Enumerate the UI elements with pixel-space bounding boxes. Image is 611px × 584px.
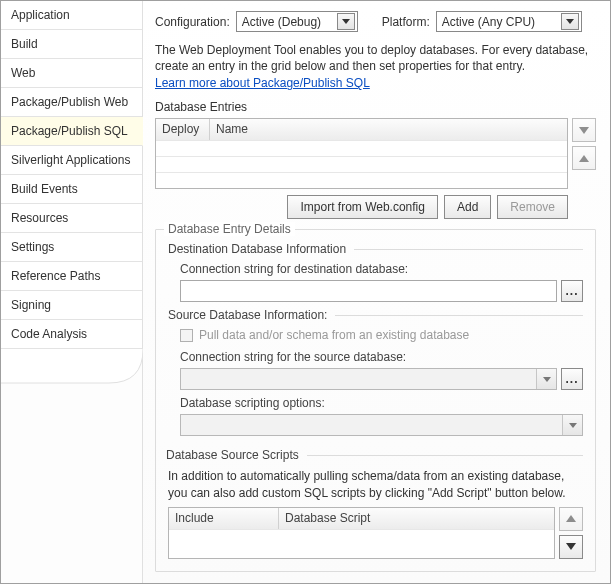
col-name[interactable]: Name [210,119,567,140]
configuration-label: Configuration: [155,15,230,29]
source-info-title: Source Database Information: [168,308,583,322]
divider [307,455,583,456]
dest-conn-label: Connection string for destination databa… [180,262,583,276]
sidebar-item-package-publish-web[interactable]: Package/Publish Web [1,88,143,117]
scripts-intro-text: In addition to automatically pulling sch… [168,468,583,500]
scripting-options-label: Database scripting options: [180,396,583,410]
database-source-scripts-section: Database Source Scripts In addition to a… [168,448,583,558]
move-down-button[interactable] [559,535,583,559]
arrow-down-icon [579,127,589,134]
sidebar-item-reference-paths[interactable]: Reference Paths [1,262,143,291]
divider [335,315,583,316]
sidebar-item-application[interactable]: Application [1,1,143,30]
chevron-down-icon [337,13,355,30]
import-from-webconfig-button[interactable]: Import from Web.config [287,195,438,219]
entries-grid-header: Deploy Name [156,119,567,140]
destination-info-title: Destination Database Information [168,242,583,256]
sidebar-item-web[interactable]: Web [1,59,143,88]
group-title: Database Entry Details [164,222,295,236]
col-script[interactable]: Database Script [279,508,554,529]
scripts-reorder-buttons [559,507,583,559]
move-up-button[interactable] [572,146,596,170]
move-up-button[interactable] [559,507,583,531]
intro-text: The Web Deployment Tool enables you to d… [155,42,596,74]
configuration-select[interactable]: Active (Debug) [236,11,358,32]
scripts-title-label: Database Source Scripts [166,448,299,462]
source-conn-browse-button[interactable]: ... [561,368,583,390]
move-down-button[interactable] [572,118,596,142]
database-entries-grid[interactable]: Deploy Name [155,118,568,189]
platform-value: Active (Any CPU) [442,15,557,29]
sidebar-curve-decoration [1,349,143,385]
chevron-down-icon [562,415,582,435]
table-row[interactable] [156,140,567,156]
arrow-down-icon [566,543,576,550]
source-info-label: Source Database Information: [168,308,327,322]
pull-data-checkbox-label: Pull data and/or schema from an existing… [199,328,469,342]
source-conn-combo[interactable] [180,368,557,390]
dest-conn-row: ... [180,280,583,302]
chevron-down-icon [536,369,556,389]
pull-data-checkbox-row: Pull data and/or schema from an existing… [180,328,583,342]
sidebar-item-signing[interactable]: Signing [1,291,143,320]
add-button[interactable]: Add [444,195,491,219]
sidebar-item-code-analysis[interactable]: Code Analysis [1,320,143,349]
entries-button-row: Import from Web.config Add Remove [155,195,596,219]
sidebar-item-settings[interactable]: Settings [1,233,143,262]
project-properties-window: Application Build Web Package/Publish We… [0,0,611,584]
source-conn-label: Connection string for the source databas… [180,350,583,364]
scripts-grid[interactable]: Include Database Script [168,507,555,559]
platform-label: Platform: [382,15,430,29]
sidebar: Application Build Web Package/Publish We… [1,1,143,583]
dest-conn-browse-button[interactable]: ... [561,280,583,302]
source-conn-row: ... [180,368,583,390]
sidebar-item-silverlight-applications[interactable]: Silverlight Applications [1,146,143,175]
divider [354,249,583,250]
table-row[interactable] [156,156,567,172]
scripting-options-row [180,414,583,436]
sidebar-item-build[interactable]: Build [1,30,143,59]
sidebar-item-package-publish-sql[interactable]: Package/Publish SQL [1,117,143,146]
platform-select[interactable]: Active (Any CPU) [436,11,582,32]
dest-conn-input[interactable] [180,280,557,302]
remove-button[interactable]: Remove [497,195,568,219]
learn-more-link[interactable]: Learn more about Package/Publish SQL [155,76,370,90]
main-panel: Configuration: Active (Debug) Platform: … [143,1,610,583]
pull-data-checkbox[interactable] [180,329,193,342]
database-entries-label: Database Entries [155,100,596,114]
scripts-grid-header: Include Database Script [169,508,554,529]
scripts-grid-body [169,529,554,545]
configuration-value: Active (Debug) [242,15,333,29]
arrow-up-icon [579,155,589,162]
arrow-up-icon [566,515,576,522]
sidebar-spacer [1,349,143,583]
scripts-title: Database Source Scripts [166,448,583,462]
col-include[interactable]: Include [169,508,279,529]
sidebar-item-build-events[interactable]: Build Events [1,175,143,204]
scripting-options-combo[interactable] [180,414,583,436]
destination-info-label: Destination Database Information [168,242,346,256]
configuration-row: Configuration: Active (Debug) Platform: … [155,11,596,32]
scripts-grid-area: Include Database Script [168,507,583,559]
entries-reorder-buttons [572,118,596,189]
col-deploy[interactable]: Deploy [156,119,210,140]
chevron-down-icon [561,13,579,30]
database-entries-area: Deploy Name [155,118,596,189]
database-entry-details-group: Database Entry Details Destination Datab… [155,229,596,571]
table-row[interactable] [156,172,567,188]
table-row[interactable] [169,529,554,545]
sidebar-item-resources[interactable]: Resources [1,204,143,233]
entries-grid-body [156,140,567,188]
